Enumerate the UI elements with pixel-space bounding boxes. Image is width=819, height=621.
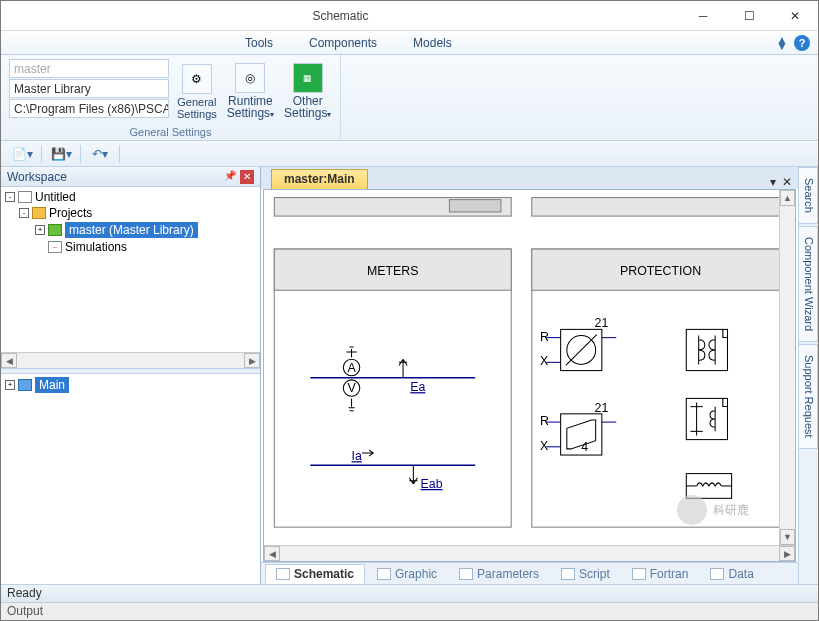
status-bar: Ready (1, 584, 818, 602)
ribbon-group-label: General Settings (9, 125, 332, 138)
viewtab-graphic[interactable]: Graphic (367, 565, 447, 583)
menu-components[interactable]: Components (291, 34, 395, 52)
svg-rect-3 (274, 249, 511, 527)
ia-label: Ia (352, 449, 362, 463)
relay4-label: 4 (581, 440, 588, 454)
canvas-hscroll[interactable]: ◀▶ (264, 545, 795, 561)
sidetab-search[interactable]: Search (799, 167, 818, 224)
relay21b-label: 21 (595, 401, 609, 415)
collapse-icon[interactable]: - (19, 208, 29, 218)
sidetab-component-wizard[interactable]: Component Wizard (799, 226, 818, 342)
simulations-icon: ~ (48, 241, 62, 253)
svg-text:R: R (540, 330, 549, 344)
library-icon (48, 224, 62, 236)
tree-item-master[interactable]: master (Master Library) (65, 222, 198, 238)
tab-close-icon[interactable]: ✕ (782, 175, 792, 189)
viewtab-script[interactable]: Script (551, 565, 620, 583)
ea-label: Ea (410, 380, 425, 394)
new-dropdown[interactable]: 📄▾ (7, 144, 37, 164)
parameters-icon (459, 568, 473, 580)
svg-text:A: A (347, 361, 356, 375)
maximize-button[interactable]: ☐ (726, 1, 772, 31)
svg-text:X: X (540, 354, 548, 368)
help-icon[interactable]: ? (794, 35, 810, 51)
other-settings-button[interactable]: ▦ Other Settings▾ (282, 59, 333, 125)
workspace-tree[interactable]: -Untitled -Projects +master (Master Libr… (1, 187, 260, 352)
project-icon (18, 191, 32, 203)
expand-icon[interactable]: + (5, 380, 15, 390)
collapse-ribbon-icon[interactable]: ▲▼ (776, 37, 788, 49)
viewtab-data[interactable]: Data (700, 565, 763, 583)
sidetab-support-request[interactable]: Support Request (799, 344, 818, 449)
meters-label: METERS (367, 264, 419, 278)
svg-text:V: V (347, 381, 356, 395)
project-name-field[interactable]: master (9, 59, 169, 78)
undo-dropdown[interactable]: ↶▾ (85, 144, 115, 164)
tree-item-main[interactable]: Main (35, 377, 69, 393)
collapse-icon[interactable]: - (5, 192, 15, 202)
library-name-field[interactable]: Master Library (9, 79, 169, 98)
svg-text:R: R (540, 414, 549, 428)
pin-icon[interactable]: 📌 (224, 170, 236, 184)
svg-rect-2 (532, 198, 779, 217)
viewtab-parameters[interactable]: Parameters (449, 565, 549, 583)
canvas-vscroll[interactable]: ▲▼ (779, 190, 795, 545)
menu-tools[interactable]: Tools (227, 34, 291, 52)
viewtab-fortran[interactable]: Fortran (622, 565, 699, 583)
minimize-button[interactable]: ─ (680, 1, 726, 31)
svg-text:L: L (721, 396, 728, 410)
workspace-hscroll[interactable]: ◀▶ (1, 352, 260, 368)
data-icon (710, 568, 724, 580)
svg-text:L: L (721, 327, 728, 341)
schematic-icon (276, 568, 290, 580)
canvas-tab-master-main[interactable]: master:Main (271, 169, 368, 189)
eab-label: Eab (421, 477, 443, 491)
schematic-canvas[interactable]: METERS A V Ea Ia Eab (264, 190, 779, 545)
expand-icon[interactable]: + (35, 225, 45, 235)
watermark: 科研鹿 (677, 495, 749, 525)
svg-rect-11 (532, 249, 779, 527)
save-dropdown[interactable]: 💾▾ (46, 144, 76, 164)
runtime-icon: ◎ (235, 63, 265, 93)
project-path-field[interactable]: C:\Program Files (x86)\PSCAD (9, 99, 169, 118)
module-icon (18, 379, 32, 391)
script-icon (561, 568, 575, 580)
graphic-icon (377, 568, 391, 580)
output-tab[interactable]: Output (1, 602, 121, 620)
svg-rect-1 (449, 200, 501, 212)
viewtab-schematic[interactable]: Schematic (265, 564, 365, 584)
window-title: Schematic (1, 9, 680, 23)
close-button[interactable]: ✕ (772, 1, 818, 31)
other-settings-icon: ▦ (293, 63, 323, 93)
protection-label: PROTECTION (620, 264, 701, 278)
tab-dropdown-icon[interactable]: ▾ (770, 175, 776, 189)
svg-line-19 (566, 335, 597, 366)
gear-icon: ⚙ (182, 64, 212, 94)
relay21a-label: 21 (595, 316, 609, 330)
workspace-lower-tree[interactable]: +Main (1, 374, 260, 584)
folder-icon (32, 207, 46, 219)
workspace-title: Workspace (7, 170, 67, 184)
close-panel-icon[interactable]: ✕ (240, 170, 254, 184)
menu-models[interactable]: Models (395, 34, 470, 52)
general-settings-button[interactable]: ⚙ General Settings (175, 59, 219, 125)
fortran-icon (632, 568, 646, 580)
runtime-settings-button[interactable]: ◎ Runtime Settings▾ (225, 59, 276, 125)
svg-text:X: X (540, 439, 548, 453)
